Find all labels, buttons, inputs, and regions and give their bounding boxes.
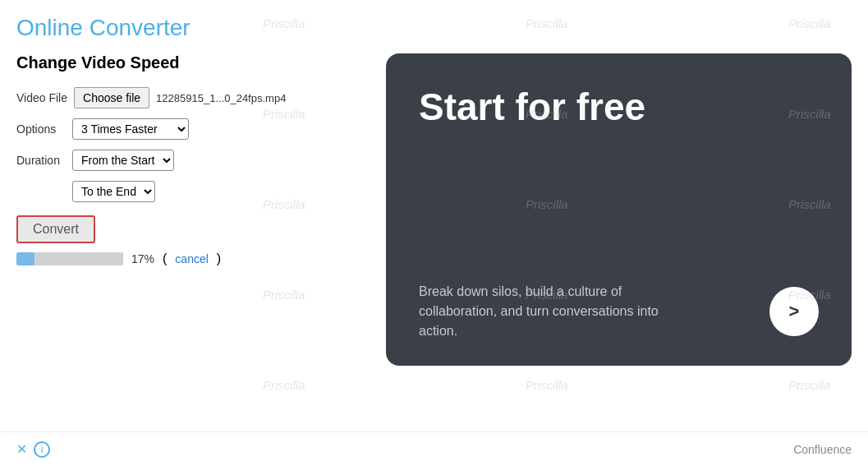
duration-to-select[interactable]: To the End Custom xyxy=(72,181,155,202)
video-file-label: Video File xyxy=(16,91,67,104)
close-icon[interactable]: ✕ xyxy=(16,441,27,457)
progress-percent: 17% xyxy=(131,252,154,265)
cancel-link[interactable]: cancel xyxy=(175,252,208,265)
brand-label: Confluence xyxy=(793,443,852,456)
progress-bar-container xyxy=(16,252,123,265)
ad-panel: Start for free Break down silos, build a… xyxy=(386,53,852,366)
header: Online Converter xyxy=(0,0,868,49)
video-file-row: Video File Choose file 12285915_1...0_24… xyxy=(16,87,361,108)
convert-button[interactable]: Convert xyxy=(16,215,95,243)
ad-arrow-button[interactable]: > xyxy=(769,287,819,336)
bottom-bar: ✕ i Confluence xyxy=(0,431,868,466)
section-title: Change Video Speed xyxy=(16,53,361,72)
progress-text-paren: ( xyxy=(163,251,167,266)
options-label: Options xyxy=(16,122,66,136)
left-panel: Change Video Speed Video File Choose fil… xyxy=(16,53,361,366)
choose-file-button[interactable]: Choose file xyxy=(74,87,149,108)
options-row: Options 1/4 Times Slower 1/2 Times Slowe… xyxy=(16,118,361,140)
progress-row: 17% ( cancel ) xyxy=(16,251,361,266)
duration-label: Duration xyxy=(16,154,66,167)
info-icon[interactable]: i xyxy=(34,441,50,458)
duration-from-select[interactable]: From the Start Custom xyxy=(72,150,174,171)
duration-to-row: To the End Custom xyxy=(72,181,361,202)
options-select[interactable]: 1/4 Times Slower 1/2 Times Slower Normal… xyxy=(72,118,189,140)
main-content: Change Video Speed Video File Choose fil… xyxy=(0,53,868,366)
app-title: Online Converter xyxy=(16,15,852,41)
ad-body-text: Break down silos, build a culture of col… xyxy=(419,282,665,341)
bottom-left: ✕ i xyxy=(16,441,50,458)
ad-headline: Start for free xyxy=(419,86,819,128)
ad-body-area: Break down silos, build a culture of col… xyxy=(419,282,819,341)
duration-row: Duration From the Start Custom xyxy=(16,150,361,171)
arrow-icon: > xyxy=(789,301,800,322)
file-name-display: 12285915_1...0_24fps.mp4 xyxy=(156,92,286,104)
progress-bar-fill xyxy=(16,252,34,265)
close-paren: ) xyxy=(217,251,221,266)
